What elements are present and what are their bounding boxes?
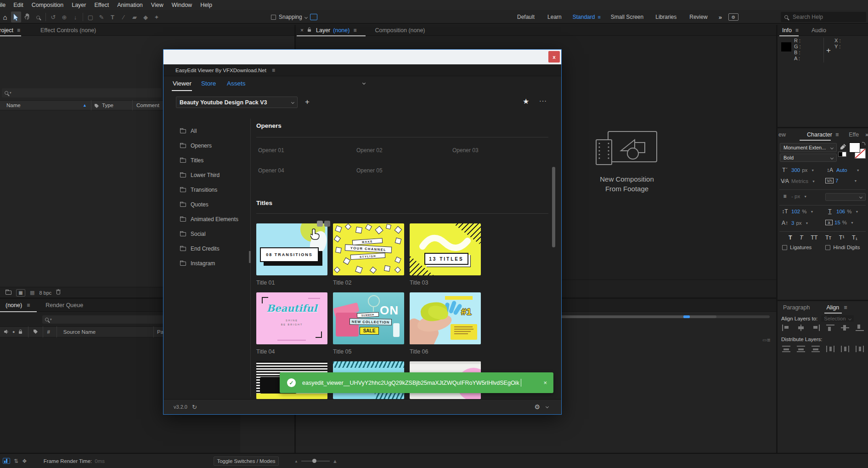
- all-caps-button[interactable]: TT: [811, 234, 817, 241]
- hand-tool-icon[interactable]: [22, 13, 32, 21]
- dialog-collapse-chevron-icon[interactable]: [362, 81, 366, 85]
- pen-tool-icon[interactable]: ✎: [96, 14, 107, 21]
- dialog-scrollbar-thumb[interactable]: [552, 167, 555, 247]
- menu-animation[interactable]: Animation: [113, 2, 147, 8]
- lock-icon[interactable]: [18, 329, 23, 335]
- column-hash[interactable]: #: [47, 329, 50, 335]
- label-tag-icon[interactable]: [94, 103, 99, 109]
- column-type[interactable]: Type: [102, 103, 113, 108]
- horizontal-scale-value[interactable]: 106: [836, 209, 845, 214]
- faux-italic-button[interactable]: T: [800, 234, 803, 241]
- dialog-tab-assets[interactable]: Assets: [227, 80, 246, 87]
- menu-effect[interactable]: Effect: [90, 2, 113, 8]
- shape-tool-icon[interactable]: ▢: [85, 14, 96, 21]
- toast-close-icon[interactable]: ×: [543, 379, 547, 386]
- eyedropper-icon[interactable]: [840, 143, 846, 151]
- title-item-05-label[interactable]: Title 05: [333, 348, 352, 355]
- opener-item-01[interactable]: Opener 01: [258, 147, 284, 154]
- snapping-chevron-icon[interactable]: [304, 15, 308, 18]
- home-icon[interactable]: ⌂: [0, 13, 10, 21]
- type-tool-icon[interactable]: T: [107, 14, 118, 21]
- eraser-tool-icon[interactable]: ◆: [141, 14, 151, 21]
- new-comp-from-footage-button[interactable]: New Composition From Footage: [581, 130, 673, 194]
- workspace-menu-icon[interactable]: ≡: [597, 14, 600, 20]
- align-top-button[interactable]: [826, 325, 834, 331]
- refresh-icon[interactable]: ↻: [192, 404, 197, 411]
- title-item-06-label[interactable]: Title 06: [410, 348, 428, 355]
- tab-effects-clipped[interactable]: Effe: [849, 131, 859, 138]
- leading-value[interactable]: Auto: [836, 167, 847, 173]
- tracking-value[interactable]: 7: [835, 178, 838, 183]
- add-pack-button[interactable]: +: [305, 97, 310, 107]
- stroke-width-value[interactable]: - px: [791, 194, 800, 199]
- new-folder-icon[interactable]: [6, 291, 11, 295]
- project-search-box[interactable]: ▾: [2, 88, 162, 97]
- column-source-name[interactable]: Source Name: [63, 329, 96, 335]
- default-colors-icon[interactable]: [838, 152, 846, 157]
- font-family-select[interactable]: Monument Exten...: [780, 143, 837, 152]
- align-right-button[interactable]: [812, 325, 820, 331]
- search-help-box[interactable]: [781, 12, 866, 22]
- tab-render-queue[interactable]: Render Queue: [45, 302, 83, 308]
- video-eye-icon[interactable]: ●: [12, 330, 15, 334]
- thumbnail-title-04[interactable]: Beautiful SHINE BE BRIGHT: [256, 292, 327, 344]
- menu-help[interactable]: Help: [196, 2, 216, 8]
- distribute-right-button[interactable]: [856, 346, 864, 352]
- pack-select[interactable]: Beauty Youtube Design Pack V3: [176, 97, 298, 108]
- tab-timeline-none[interactable]: (none): [6, 302, 22, 308]
- folder-item-social[interactable]: Social: [180, 231, 206, 237]
- camera-tool-icon[interactable]: ⊕: [59, 14, 69, 21]
- thumbnail-title-06[interactable]: #1: [410, 292, 481, 344]
- toggle-switches-button[interactable]: Toggle Switches / Modes: [214, 457, 279, 466]
- workspace-standard-active[interactable]: Standard≡: [568, 14, 605, 20]
- menu-layer[interactable]: Layer: [68, 2, 90, 8]
- tab-effect-controls[interactable]: Effect Controls (none): [40, 27, 96, 34]
- tab-project[interactable]: Project: [0, 27, 13, 34]
- unlock-icon[interactable]: [307, 27, 311, 34]
- ligatures-checkbox[interactable]: [782, 245, 787, 250]
- new-composition-icon[interactable]: ▦: [16, 289, 25, 297]
- pan-behind-tool-icon[interactable]: ↓: [70, 14, 80, 21]
- title-item-01-label[interactable]: Title 01: [256, 280, 275, 286]
- thumbnail-title-03[interactable]: 13 TITLES: [410, 223, 481, 275]
- tab-preview-clipped[interactable]: ew: [778, 131, 786, 138]
- dialog-settings-chevron-icon[interactable]: [546, 405, 549, 408]
- stroke-style-select[interactable]: [825, 193, 866, 201]
- dialog-settings-gear-icon[interactable]: ⚙: [534, 403, 540, 411]
- baseline-shift-value[interactable]: 3: [791, 220, 794, 226]
- fill-color-swatch[interactable]: [849, 143, 860, 153]
- workspace-settings-icon[interactable]: ⚙: [728, 13, 738, 21]
- align-h-center-button[interactable]: [797, 325, 805, 331]
- viewer-close-icon[interactable]: ×: [300, 27, 304, 34]
- tab-layer[interactable]: Layer: [316, 27, 330, 34]
- search-help-input[interactable]: [792, 13, 856, 21]
- workspace-learn[interactable]: Learn: [541, 14, 568, 20]
- opener-item-03[interactable]: Opener 03: [452, 147, 479, 154]
- tab-composition[interactable]: Composition (none): [375, 27, 425, 34]
- menu-composition[interactable]: Composition: [28, 2, 68, 8]
- brush-tool-icon[interactable]: ∕: [118, 14, 129, 21]
- puppet-tool-icon[interactable]: ✦: [152, 14, 162, 21]
- thumbnail-title-05[interactable]: ON SUMMER NEW COLLECTION SALE: [333, 292, 404, 344]
- subscript-button[interactable]: T₁: [852, 234, 857, 241]
- character-panel-menu-icon[interactable]: ≡: [835, 131, 839, 138]
- workspace-default[interactable]: Default: [511, 14, 541, 20]
- folder-item-animated-elements[interactable]: Animated Elements: [180, 216, 238, 223]
- workspace-small-screen[interactable]: Small Screen: [605, 14, 649, 20]
- opener-item-05[interactable]: Opener 05: [356, 167, 383, 174]
- title-item-04-label[interactable]: Title 04: [256, 348, 275, 355]
- timeline-panel-menu-icon[interactable]: ≡: [27, 302, 30, 308]
- dialog-panel-title[interactable]: EasyEdit Viewer By VFXDownload.Net: [175, 68, 266, 73]
- align-v-center-button[interactable]: [841, 325, 849, 331]
- stamp-tool-icon[interactable]: ▰: [130, 14, 140, 21]
- more-options-icon[interactable]: ···: [539, 97, 547, 104]
- menu-edit[interactable]: Edit: [9, 2, 28, 8]
- menu-file[interactable]: File: [0, 2, 9, 8]
- distribute-v-center-button[interactable]: [797, 346, 805, 352]
- trash-icon[interactable]: [56, 289, 61, 296]
- column-comment[interactable]: Comment: [136, 103, 159, 108]
- distribute-left-button[interactable]: [826, 346, 834, 352]
- workspace-review[interactable]: Review: [683, 14, 714, 20]
- expand-layers-icon[interactable]: ⇅: [14, 458, 18, 464]
- hindi-digits-checkbox[interactable]: [825, 245, 830, 250]
